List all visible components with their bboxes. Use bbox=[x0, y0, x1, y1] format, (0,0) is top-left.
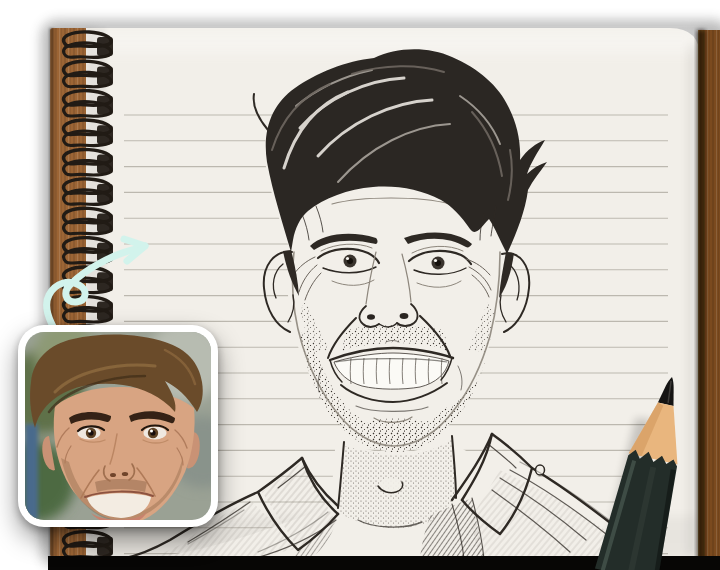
photo-inset-image bbox=[25, 332, 211, 520]
photo-inset-frame bbox=[25, 332, 211, 520]
scene bbox=[0, 0, 720, 570]
desk-wood-right bbox=[697, 30, 720, 570]
photo-inset bbox=[18, 325, 218, 527]
